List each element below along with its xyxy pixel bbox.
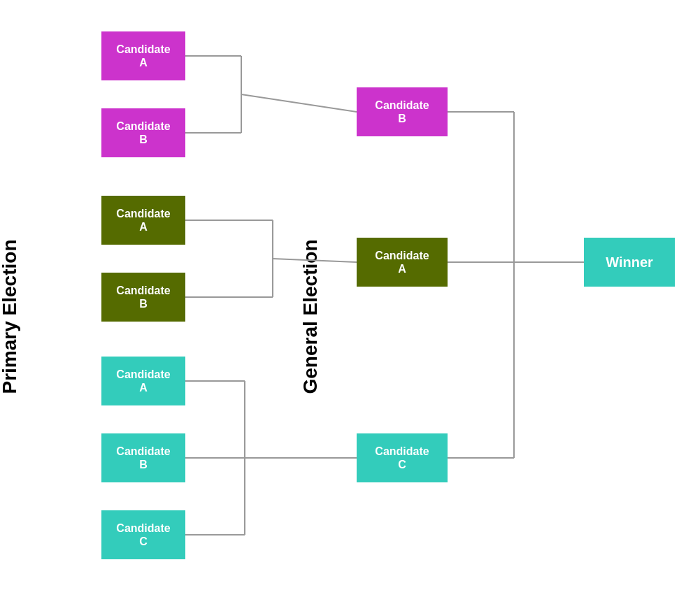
- primary-box-p1b: Candidate B: [101, 108, 185, 157]
- svg-line-3: [241, 94, 357, 112]
- primary-box-p1a: Candidate A: [101, 31, 185, 80]
- primary-box-p3a: Candidate A: [101, 357, 185, 405]
- primary-election-label: Primary Election: [0, 240, 21, 394]
- general-box-g2: Candidate A: [357, 238, 448, 287]
- general-box-g1: Candidate B: [357, 87, 448, 136]
- primary-box-p3b: Candidate B: [101, 433, 185, 482]
- general-election-label: General Election: [299, 240, 322, 394]
- primary-box-p2b: Candidate B: [101, 273, 185, 322]
- winner-box: Winner: [584, 238, 675, 287]
- primary-box-p3c: Candidate C: [101, 510, 185, 559]
- diagram-container: Primary Election General Election: [0, 0, 700, 611]
- primary-box-p2a: Candidate A: [101, 196, 185, 245]
- general-box-g3: Candidate C: [357, 433, 448, 482]
